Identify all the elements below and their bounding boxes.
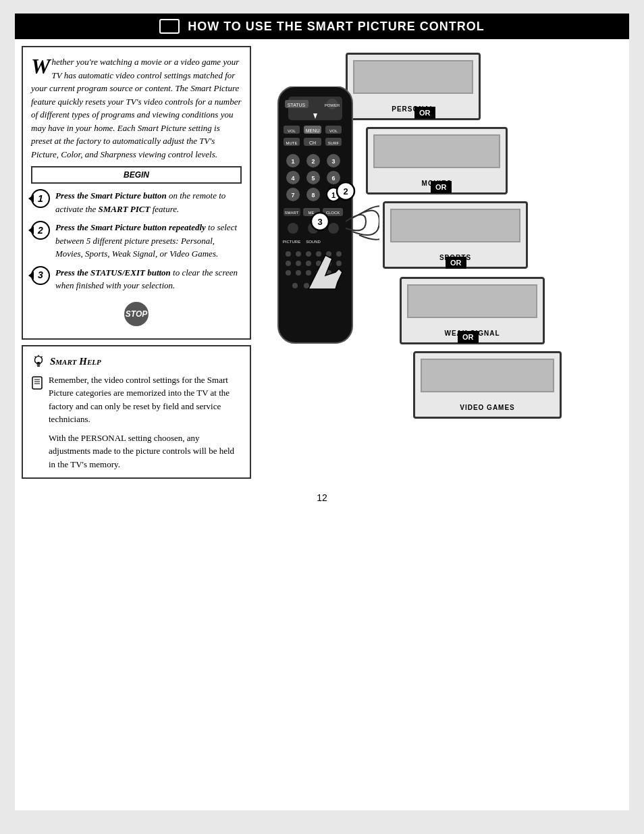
svg-text:STATUS: STATUS bbox=[288, 103, 306, 107]
svg-point-59 bbox=[306, 251, 311, 257]
svg-text:MUTE: MUTE bbox=[286, 141, 298, 145]
step-2-bold: Press the Smart Picture button repeatedl… bbox=[55, 222, 206, 232]
svg-point-68 bbox=[336, 261, 342, 266]
smart-help-paragraphs: Remember, the video control settings for… bbox=[49, 373, 242, 471]
svg-text:6: 6 bbox=[331, 175, 335, 182]
svg-rect-4 bbox=[37, 361, 40, 363]
screen-inner-sports bbox=[390, 209, 520, 242]
or-badge-2: OR bbox=[431, 181, 452, 193]
svg-text:SMART: SMART bbox=[285, 211, 299, 215]
svg-text:7: 7 bbox=[291, 192, 294, 199]
screen-inner-movies bbox=[373, 134, 500, 168]
svg-text:3: 3 bbox=[317, 217, 322, 227]
tv-screen-video-games: VIDEO GAMES bbox=[413, 351, 562, 419]
step-3: 3 Press the STATUS/EXIT button to clear … bbox=[31, 266, 242, 292]
begin-badge: BEGIN bbox=[31, 166, 242, 184]
svg-point-52 bbox=[288, 223, 298, 234]
smart-help-icon-col bbox=[31, 373, 43, 471]
step-2: 2 Press the Smart Picture button repeate… bbox=[31, 221, 242, 261]
svg-text:SOUND: SOUND bbox=[306, 240, 321, 244]
svg-text:1: 1 bbox=[291, 158, 294, 165]
svg-text:MENU: MENU bbox=[306, 128, 320, 133]
screen-label-video-games: VIDEO GAMES bbox=[460, 404, 515, 411]
svg-text:8: 8 bbox=[311, 192, 315, 199]
page: How to Use the Smart Picture Control W h… bbox=[15, 14, 629, 810]
step-3-text: Press the STATUS/EXIT button to clear th… bbox=[55, 266, 242, 292]
page-num-text: 12 bbox=[317, 492, 327, 503]
svg-point-71 bbox=[306, 270, 311, 276]
smart-help-box: Smart Help Remember, the video control bbox=[22, 345, 251, 479]
svg-point-54 bbox=[328, 223, 339, 234]
svg-line-3 bbox=[41, 356, 42, 357]
svg-point-69 bbox=[286, 270, 291, 276]
tablet-icon bbox=[31, 376, 43, 391]
svg-text:VOL: VOL bbox=[329, 129, 338, 133]
screen-inner-video-games bbox=[421, 359, 554, 392]
drop-cap: W bbox=[31, 55, 50, 77]
svg-text:SURF: SURF bbox=[328, 141, 340, 145]
smart-help-p1: Remember, the video control settings for… bbox=[49, 373, 242, 426]
svg-text:2: 2 bbox=[311, 158, 315, 165]
svg-rect-5 bbox=[32, 377, 42, 389]
intro-box: W hether you're watching a movie or a vi… bbox=[22, 46, 251, 340]
screen-inner-weak-signal bbox=[407, 284, 537, 318]
smart-help-p2: With the PERSONAL setting choosen, any a… bbox=[49, 432, 242, 471]
or-badge-4: OR bbox=[458, 331, 479, 343]
tv-icon bbox=[159, 19, 180, 34]
svg-line-2 bbox=[35, 356, 36, 357]
begin-center: BEGIN bbox=[31, 161, 242, 189]
remote-control: STATUS POWER VOL MENU VOL MUTE CH SU bbox=[258, 86, 379, 431]
intro-text: hether you're watching a movie or a vide… bbox=[31, 57, 241, 159]
svg-text:3: 3 bbox=[331, 158, 335, 165]
right-panel: PERSONAL OR MOVIES OR SPORTS OR WEAK SIG… bbox=[258, 46, 622, 479]
content-area: W hether you're watching a movie or a vi… bbox=[15, 39, 629, 486]
svg-text:VOL: VOL bbox=[288, 129, 296, 133]
step-2-text: Press the Smart Picture button repeatedl… bbox=[55, 221, 242, 261]
svg-text:POWER: POWER bbox=[325, 103, 340, 107]
or-badge-1: OR bbox=[414, 107, 435, 119]
step-3-bold: Press the STATUS/EXIT button bbox=[55, 267, 171, 278]
smart-help-content: Remember, the video control settings for… bbox=[31, 373, 242, 471]
svg-point-63 bbox=[286, 261, 291, 266]
stop-badge: STOP bbox=[124, 302, 149, 326]
svg-text:1: 1 bbox=[331, 191, 336, 199]
step-1-text: Press the Smart Picture button on the re… bbox=[55, 189, 242, 215]
svg-text:4: 4 bbox=[291, 175, 294, 182]
step-1-number: 1 bbox=[31, 189, 50, 208]
svg-point-70 bbox=[296, 270, 301, 276]
lightbulb-icon bbox=[31, 354, 46, 369]
step-3-number: 3 bbox=[31, 266, 50, 285]
svg-point-65 bbox=[306, 261, 311, 266]
page-header: How to Use the Smart Picture Control bbox=[15, 14, 629, 39]
svg-text:ME: ME bbox=[308, 211, 315, 215]
svg-text:2: 2 bbox=[343, 186, 348, 197]
step-1-smart-pict: SMART PICT bbox=[99, 204, 151, 214]
page-number: 12 bbox=[15, 486, 629, 510]
svg-text:CH: CH bbox=[309, 140, 316, 145]
page-title: How to Use the Smart Picture Control bbox=[188, 20, 485, 34]
step-2-number: 2 bbox=[31, 221, 50, 240]
svg-point-64 bbox=[296, 261, 301, 266]
svg-text:CLOCK: CLOCK bbox=[326, 211, 340, 215]
svg-text:5: 5 bbox=[311, 175, 315, 182]
or-badge-3: OR bbox=[446, 257, 466, 269]
step-1-bold: Press the Smart Picture button bbox=[55, 190, 167, 201]
step-1: 1 Press the Smart Picture button on the … bbox=[31, 189, 242, 215]
smart-help-title: Smart Help bbox=[31, 353, 242, 369]
stop-center: STOP bbox=[31, 298, 242, 330]
svg-point-58 bbox=[296, 251, 301, 257]
svg-point-74 bbox=[292, 283, 298, 288]
svg-point-75 bbox=[304, 283, 309, 288]
smart-help-label: Smart Help bbox=[50, 353, 101, 369]
left-panel: W hether you're watching a movie or a vi… bbox=[22, 46, 251, 479]
svg-point-62 bbox=[336, 251, 342, 257]
svg-point-60 bbox=[316, 251, 321, 257]
svg-point-57 bbox=[286, 251, 291, 257]
svg-text:PICTURE: PICTURE bbox=[283, 240, 300, 244]
